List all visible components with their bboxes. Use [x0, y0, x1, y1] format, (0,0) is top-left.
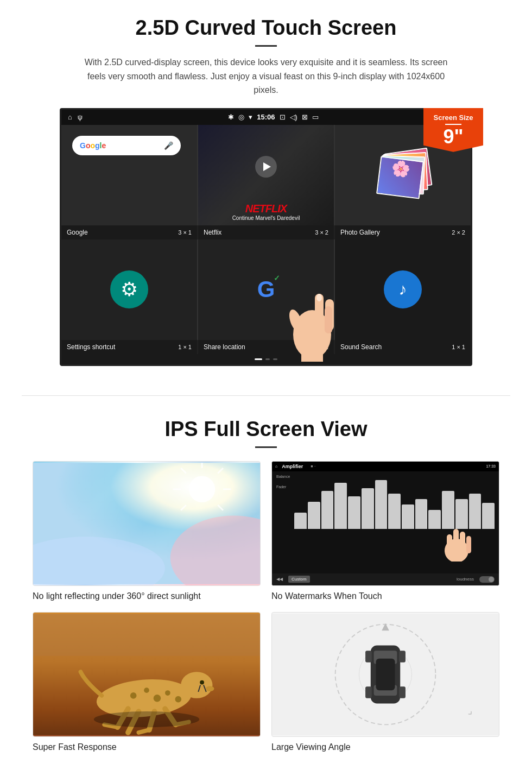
- window-icon: ▭: [312, 113, 319, 121]
- section1-title: 2.5D Curved Touch Screen: [33, 16, 499, 40]
- eq-bar-7: [375, 480, 388, 529]
- svg-point-44: [94, 711, 199, 727]
- sound-search-cell[interactable]: ♪: [335, 239, 471, 340]
- svg-rect-5: [301, 351, 323, 362]
- amp-dots: ■ ··: [311, 464, 316, 468]
- sunlight-label: No light reflecting under 360° direct su…: [33, 591, 261, 601]
- music-note-icon: ♪: [399, 280, 407, 299]
- google-logo: Google: [80, 141, 106, 150]
- share-location-cell[interactable]: G ✓: [198, 239, 334, 340]
- settings-app-name: Settings shortcut: [67, 343, 115, 351]
- sound-label: Sound Search 1 × 1: [335, 340, 471, 354]
- car-label: Large Viewing Angle: [271, 742, 499, 752]
- sound-circle: ♪: [384, 270, 422, 308]
- section2-divider: [255, 446, 277, 448]
- amp-custom-button[interactable]: Custom: [288, 576, 310, 583]
- google-mic-icon[interactable]: 🎤: [164, 141, 173, 150]
- car-image: ›: [271, 612, 499, 737]
- camera-icon: ⊡: [280, 113, 286, 121]
- eq-bar-3: [321, 491, 334, 529]
- amp-status-bar: ⌂ Amplifier ■ ·· 17:33: [272, 462, 499, 471]
- amp-home-icon: ⌂: [275, 464, 277, 468]
- section-curved-screen: 2.5D Curved Touch Screen With 2.5D curve…: [0, 0, 532, 379]
- flower-icon: 🌸: [391, 159, 412, 178]
- feature-watermarks: ⌂ Amplifier ■ ·· 17:33 Balance Fader: [271, 461, 499, 601]
- netflix-subtitle: Continue Marvel's Daredevil: [204, 215, 328, 221]
- volume-icon: ◁): [290, 113, 297, 121]
- amp-loudness-toggle[interactable]: [479, 576, 495, 583]
- svg-rect-55: [365, 686, 372, 698]
- status-center-icons: ✱ ◎ ▾ 15:06 ⊡ ◁) ⊠ ▭: [83, 113, 464, 121]
- eq-bar-5: [348, 496, 360, 529]
- google-label: Google 3 × 1: [61, 225, 197, 239]
- svg-point-31: [165, 690, 170, 696]
- screen-size-badge: Screen Size 9": [423, 108, 483, 152]
- eq-bar-4: [334, 483, 347, 529]
- svg-point-32: [175, 696, 181, 703]
- amp-time: 17:33: [486, 464, 496, 468]
- cheetah-label: Super Fast Response: [33, 742, 261, 752]
- svg-point-9: [189, 476, 216, 502]
- amp-toggle-knob: [489, 577, 494, 582]
- close-icon: ⊠: [302, 113, 308, 121]
- svg-rect-54: [399, 651, 406, 662]
- svg-point-40: [200, 680, 204, 684]
- home-icon[interactable]: ⌂: [68, 113, 72, 121]
- google-app-cell[interactable]: Google 🎤: [61, 125, 197, 225]
- app-grid-top: Google 🎤 NETFLIX Continue Marvel's Dared…: [61, 125, 471, 225]
- netflix-label: Netflix 3 × 2: [198, 225, 334, 239]
- svg-rect-22: [447, 534, 452, 553]
- gallery-app-name: Photo Gallery: [340, 229, 380, 236]
- badge-divider: [445, 124, 461, 125]
- eq-bar-6: [362, 488, 374, 529]
- car-top-view: [365, 645, 406, 703]
- svg-rect-4: [325, 306, 332, 333]
- svg-point-7: [316, 294, 322, 301]
- amp-side-labels: Balance Fader: [276, 475, 290, 489]
- app-grid-bottom: ⚙ G ✓: [61, 239, 471, 340]
- google-search-bar[interactable]: Google 🎤: [72, 136, 181, 155]
- car-visual: ›: [272, 613, 499, 736]
- sound-app-size: 1 × 1: [452, 344, 465, 350]
- netflix-play-button[interactable]: [255, 156, 277, 178]
- eq-bar-9: [402, 504, 414, 529]
- device-mockup: Screen Size 9" ⌂ ψ ✱ ◎ ▾ 15:06 ⊡ ◁) ⊠: [54, 108, 478, 366]
- section-ips-screen: IPS Full Screen View: [0, 412, 532, 757]
- app-labels-bottom: Settings shortcut 1 × 1 Share location 1…: [61, 340, 471, 354]
- svg-point-30: [154, 695, 161, 702]
- svg-rect-53: [365, 651, 372, 662]
- badge-size: 9": [428, 127, 479, 147]
- feature-grid: No light reflecting under 360° direct su…: [33, 461, 499, 752]
- eq-bar-1: [294, 513, 307, 529]
- watermarks-label: No Watermarks When Touch: [271, 591, 499, 601]
- settings-app-cell[interactable]: ⚙: [61, 239, 197, 340]
- netflix-app-size: 3 × 2: [315, 229, 328, 236]
- amp-hand-icon: [435, 518, 478, 562]
- settings-label: Settings shortcut 1 × 1: [61, 340, 197, 354]
- cheetah-visual: [33, 613, 260, 736]
- google-app-name: Google: [67, 229, 88, 236]
- maps-g-icon: G ✓: [257, 276, 275, 302]
- sunlight-visual: [33, 462, 260, 585]
- page-dot-1: [255, 358, 262, 360]
- status-bar: ⌂ ψ ✱ ◎ ▾ 15:06 ⊡ ◁) ⊠ ▭: [61, 110, 471, 125]
- page-dot-2: [265, 358, 270, 360]
- svg-point-43: [206, 686, 214, 691]
- netflix-app-name: Netflix: [204, 229, 221, 236]
- status-time: 15:06: [257, 113, 275, 121]
- amp-balance-label: Balance: [276, 475, 290, 478]
- feature-sunlight: No light reflecting under 360° direct su…: [33, 461, 261, 601]
- svg-rect-56: [399, 686, 406, 698]
- usb-icon: ψ: [78, 113, 83, 121]
- settings-app-size: 1 × 1: [178, 344, 192, 350]
- amp-main: Balance Fader: [272, 471, 499, 573]
- photo-stack: 🌸: [376, 148, 430, 202]
- section2-title: IPS Full Screen View: [33, 418, 499, 441]
- svg-rect-23: [466, 536, 471, 553]
- page-dots: [61, 354, 471, 364]
- netflix-app-cell[interactable]: NETFLIX Continue Marvel's Daredevil: [198, 125, 334, 225]
- svg-rect-20: [453, 529, 459, 551]
- eq-bar-10: [415, 499, 428, 529]
- android-screen: ⌂ ψ ✱ ◎ ▾ 15:06 ⊡ ◁) ⊠ ▭: [60, 108, 472, 366]
- svg-rect-52: [376, 659, 395, 690]
